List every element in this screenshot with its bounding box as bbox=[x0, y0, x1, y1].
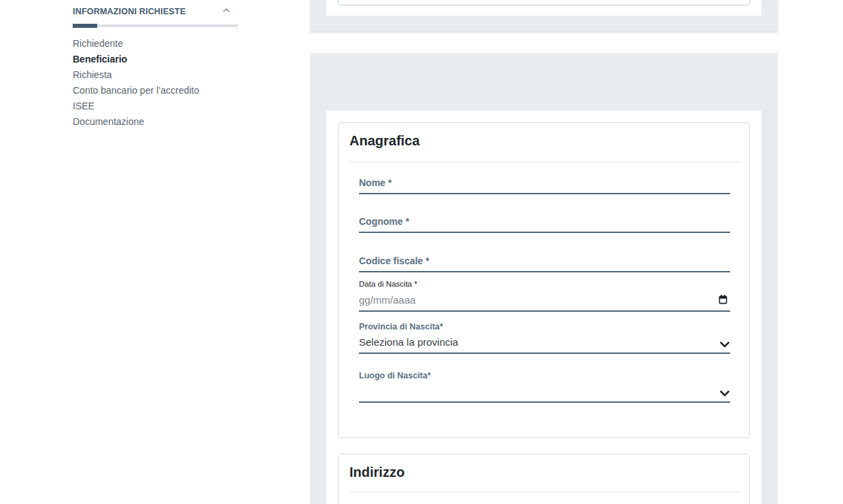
provincia-nascita-label: Provincia di Nascita* bbox=[359, 322, 443, 331]
chevron-down-icon bbox=[720, 391, 729, 397]
data-nascita-input[interactable] bbox=[359, 293, 730, 310]
sidebar-item-conto-bancario[interactable]: Conto bancario per l’accredito bbox=[73, 83, 238, 98]
provincia-nascita-value: Seleziona la provincia bbox=[359, 336, 458, 348]
sidebar-item-isee[interactable]: ISEE bbox=[73, 98, 238, 114]
progress-bar bbox=[73, 24, 238, 27]
data-nascita-field: Data di Nascita * bbox=[359, 280, 730, 312]
card-divider bbox=[349, 492, 741, 492]
progress-fill bbox=[73, 24, 97, 28]
sidebar-accordion-header[interactable]: INFORMAZIONI RICHIESTE bbox=[73, 7, 238, 18]
card-divider bbox=[349, 162, 741, 162]
codice-fiscale-field: Codice fiscale * bbox=[359, 255, 730, 272]
sidebar-item-richiesta[interactable]: Richiesta bbox=[73, 67, 238, 83]
previous-section-panel bbox=[326, 0, 761, 16]
previous-section-input-partial[interactable] bbox=[338, 0, 750, 5]
nome-input[interactable] bbox=[359, 182, 730, 194]
luogo-nascita-label: Luogo di Nascita* bbox=[359, 371, 431, 380]
nome-field: Nome * bbox=[359, 177, 730, 194]
luogo-nascita-select[interactable]: Luogo di Nascita* bbox=[359, 371, 730, 403]
provincia-nascita-select[interactable]: Provincia di Nascita* Seleziona la provi… bbox=[359, 322, 730, 354]
sidebar: INFORMAZIONI RICHIESTE Richiedente Benef… bbox=[73, 7, 238, 130]
sidebar-nav: Richiedente Beneficiario Richiesta Conto… bbox=[73, 36, 238, 130]
codice-fiscale-input[interactable] bbox=[359, 260, 730, 272]
calendar-icon[interactable] bbox=[719, 295, 727, 304]
sidebar-item-documentazione[interactable]: Documentazione bbox=[73, 114, 238, 130]
chevron-down-icon bbox=[720, 342, 729, 348]
sidebar-item-richiedente[interactable]: Richiedente bbox=[73, 36, 238, 52]
indirizzo-card-title: Indirizzo bbox=[349, 465, 405, 480]
data-nascita-label: Data di Nascita * bbox=[359, 280, 417, 288]
anagrafica-card-title: Anagrafica bbox=[349, 133, 419, 149]
beneficiario-panel: Anagrafica Nome * Cognome * Codice fisca… bbox=[326, 111, 761, 504]
beneficiario-section: Beneficiario Anagrafica Nome * Cognome *… bbox=[310, 53, 778, 504]
sidebar-item-beneficiario[interactable]: Beneficiario bbox=[73, 52, 238, 67]
previous-section-partial bbox=[310, 0, 778, 31]
chevron-up-icon[interactable] bbox=[223, 8, 230, 12]
anagrafica-card: Anagrafica Nome * Cognome * Codice fisca… bbox=[338, 122, 750, 438]
indirizzo-card: Indirizzo bbox=[338, 454, 750, 504]
sidebar-title: INFORMAZIONI RICHIESTE bbox=[73, 7, 186, 16]
cognome-input[interactable] bbox=[359, 221, 730, 233]
cognome-field: Cognome * bbox=[359, 216, 730, 233]
